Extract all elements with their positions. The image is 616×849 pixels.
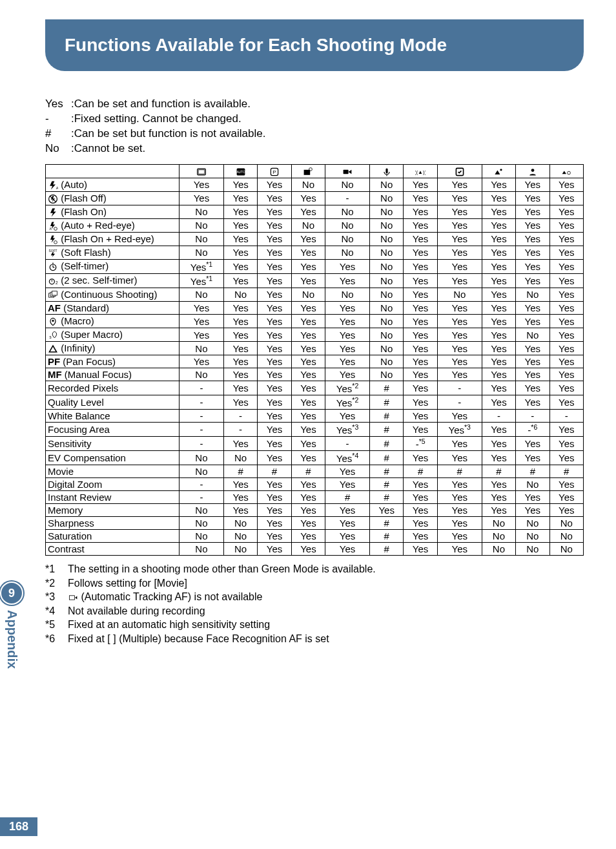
cell: Yes <box>258 504 291 517</box>
cell: Yes <box>482 491 515 504</box>
cell: Yes <box>549 178 584 191</box>
cell: Yes <box>258 288 291 301</box>
scene-group-2-icon <box>561 165 571 176</box>
table-row: Recorded Pixels-YesYesYesYes*2#Yes-YesYe… <box>46 381 584 395</box>
row-prefix: MF <box>48 369 62 380</box>
table-row: Sensitivity-YesYesYes-#-*5YesYesYesYes <box>46 437 584 451</box>
cell: Yes <box>258 178 291 191</box>
cell: Yes <box>482 381 515 395</box>
cell: Yes <box>291 451 325 465</box>
cell: Yes <box>437 437 482 451</box>
cell: Yes <box>549 205 584 218</box>
cell: # <box>370 543 404 556</box>
cell: Yes <box>325 368 370 381</box>
cell: Yes <box>516 205 549 218</box>
row-label-text: Instant Review <box>48 492 111 503</box>
cell: No <box>180 232 224 246</box>
cell: Yes <box>516 451 549 465</box>
cell: Yes <box>404 530 437 543</box>
footnote: *6Fixed at [ ] (Multiple) because Face R… <box>45 632 584 646</box>
cell: - <box>180 395 224 410</box>
cell: - <box>223 410 257 423</box>
cell: Yes <box>404 218 437 232</box>
row-label: Memory <box>46 504 180 517</box>
col-header-auto-pict: AUTO <box>223 164 257 178</box>
row-label-text: (Pan Focus) <box>63 356 116 367</box>
row-label: 2 (2 sec. Self-timer) <box>46 273 180 288</box>
cell: # <box>370 423 404 437</box>
cell: Yes <box>404 205 437 218</box>
cell: Yes <box>549 504 584 517</box>
cell: Yes <box>482 328 515 342</box>
cell: Yes <box>258 451 291 465</box>
cell: Yes <box>291 504 325 517</box>
row-label-text: Movie <box>48 466 74 477</box>
footnote: *4Not available during recording <box>45 604 584 618</box>
continuous-shooting-icon <box>48 289 58 300</box>
table-row: SOFT (Soft Flash)NoYesYesYesNoNoYesYesYe… <box>46 246 584 259</box>
cell: No <box>180 530 224 543</box>
cell: No <box>516 530 549 543</box>
cell: Yes <box>404 423 437 437</box>
cell: No <box>516 517 549 530</box>
anti-shake-icon: ((▲)) <box>415 165 426 176</box>
cell: Yes <box>291 205 325 218</box>
svg-rect-6 <box>304 170 311 175</box>
cell: Yes <box>404 342 437 355</box>
cell: Yes <box>549 423 584 437</box>
cell: # <box>549 465 584 478</box>
cell: Yes <box>180 191 224 205</box>
cell: Yes <box>223 368 257 381</box>
col-header-voice-recording <box>370 164 404 178</box>
cell: - <box>180 437 224 451</box>
cell: Yes <box>437 302 482 315</box>
cell: No <box>370 288 404 301</box>
cell: Yes <box>549 368 584 381</box>
cell: No <box>516 328 549 342</box>
footnote-text: Fixed at [ ] (Multiple) because Face Rec… <box>68 632 329 646</box>
cell: Yes <box>482 395 515 410</box>
cell: Yes <box>258 232 291 246</box>
cell: # <box>370 530 404 543</box>
cell: Yes <box>549 328 584 342</box>
cell: Yes <box>437 218 482 232</box>
cell: Yes <box>223 504 257 517</box>
cell: Yes <box>258 381 291 395</box>
cell: Yes <box>404 543 437 556</box>
cell: Yes <box>482 423 515 437</box>
svg-rect-45 <box>69 596 74 600</box>
cell: Yes <box>325 465 370 478</box>
row-label-text: (Self-timer) <box>61 260 108 271</box>
cell: Yes <box>258 517 291 530</box>
row-label: (Flash On) <box>46 205 180 218</box>
col-header-scene-group-2 <box>549 164 584 178</box>
cell: Yes <box>404 504 437 517</box>
cell: Yes <box>223 232 257 246</box>
row-label: Sensitivity <box>46 437 180 451</box>
row-label: Movie <box>46 465 180 478</box>
cell: No <box>223 543 257 556</box>
cell: Yes <box>516 218 549 232</box>
super-macro-icon: s <box>48 329 58 340</box>
cell: Yes <box>258 491 291 504</box>
svg-text:s: s <box>49 335 51 339</box>
cell: Yes <box>258 191 291 205</box>
cell: Yes <box>404 410 437 423</box>
cell: No <box>180 451 224 465</box>
cell: Yes <box>325 259 370 273</box>
cell: No <box>325 218 370 232</box>
chapter-label: Appendix <box>5 610 19 669</box>
cell: No <box>437 288 482 301</box>
cell: Yes <box>223 191 257 205</box>
cell: No <box>180 218 224 232</box>
cell: - <box>437 381 482 395</box>
cell: Yes <box>437 259 482 273</box>
svg-marker-9 <box>349 170 352 174</box>
cell: No <box>180 465 224 478</box>
cell: Yes <box>404 232 437 246</box>
cell: Yes <box>223 381 257 395</box>
cell: Yes <box>404 517 437 530</box>
cell: Yes <box>516 491 549 504</box>
cell: Yes <box>404 451 437 465</box>
cell: Yes <box>291 478 325 491</box>
